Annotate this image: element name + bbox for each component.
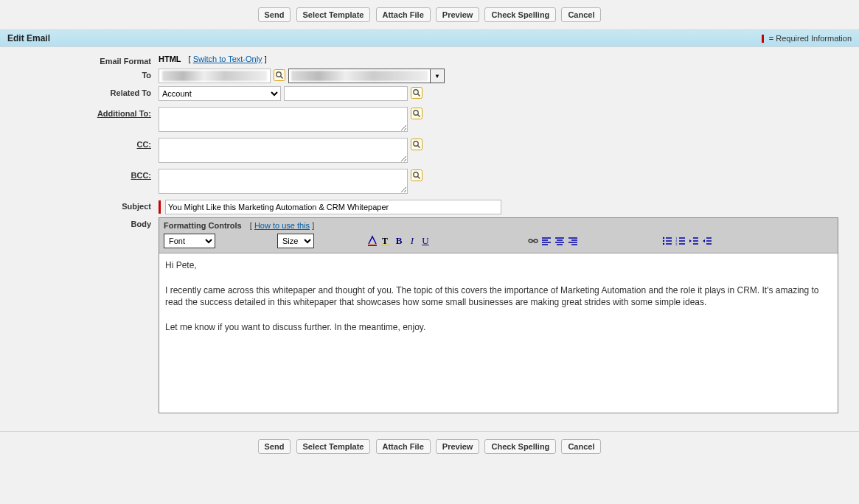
font-color-icon[interactable] <box>366 235 378 247</box>
row-additional-to: Additional To: <box>0 107 859 132</box>
preview-button[interactable]: Preview <box>436 7 480 22</box>
cc-input[interactable] <box>159 138 408 163</box>
size-select[interactable]: Size <box>277 234 314 248</box>
to-input[interactable] <box>159 69 271 83</box>
top-button-bar: Send Select Template Attach File Preview… <box>0 0 859 29</box>
select-template-button[interactable]: Select Template <box>296 439 371 454</box>
editor-toolbar: Formatting Controls [ How to use this ] … <box>159 218 838 253</box>
required-info-legend: = Required Information <box>762 34 852 43</box>
indent-icon[interactable] <box>701 235 713 247</box>
svg-point-21 <box>663 237 664 239</box>
row-subject: Subject <box>0 200 859 214</box>
svg-point-25 <box>663 243 664 245</box>
underline-icon[interactable]: U <box>420 235 431 247</box>
label-body: Body <box>0 217 159 228</box>
italic-icon[interactable]: I <box>406 235 418 247</box>
row-bcc: BCC: <box>0 169 859 194</box>
attach-file-button[interactable]: Attach File <box>376 439 431 454</box>
subject-content <box>159 200 501 214</box>
label-subject: Subject <box>0 200 159 211</box>
related-to-type-select[interactable]: Account <box>159 86 281 101</box>
how-to-use-link[interactable]: How to use this <box>254 221 310 230</box>
check-spelling-button[interactable]: Check Spelling <box>484 439 556 454</box>
bold-icon[interactable]: B <box>393 235 405 247</box>
additional-to-input[interactable] <box>159 107 408 132</box>
related-to-input[interactable] <box>284 86 408 101</box>
attach-file-button[interactable]: Attach File <box>376 7 431 22</box>
bottom-button-bar: Send Select Template Attach File Preview… <box>0 432 859 461</box>
additional-to-content <box>159 107 422 132</box>
section-header: Edit Email = Required Information <box>0 29 859 47</box>
check-spelling-button[interactable]: Check Spelling <box>484 7 556 22</box>
svg-rect-5 <box>381 245 390 246</box>
to-content <box>159 69 445 83</box>
send-button[interactable]: Send <box>258 7 291 22</box>
svg-rect-3 <box>368 245 377 246</box>
form-area: Email Format HTML [ Switch to Text-Only … <box>0 47 859 432</box>
bcc-input[interactable] <box>159 169 408 194</box>
outdent-icon[interactable] <box>688 235 700 247</box>
label-cc[interactable]: CC: <box>0 138 159 149</box>
cc-content <box>159 138 422 163</box>
align-center-icon[interactable] <box>554 235 566 247</box>
lookup-icon[interactable] <box>274 69 285 81</box>
required-bar-icon <box>762 35 764 43</box>
svg-text:1: 1 <box>675 237 678 240</box>
required-info-text: = Required Information <box>769 34 852 43</box>
align-left-icon[interactable] <box>540 235 552 247</box>
cancel-button[interactable]: Cancel <box>561 439 601 454</box>
row-cc: CC: <box>0 138 859 163</box>
required-marker-icon <box>159 200 161 214</box>
svg-text:2: 2 <box>675 239 678 243</box>
svg-text:3: 3 <box>675 242 678 246</box>
cancel-button[interactable]: Cancel <box>561 7 601 22</box>
bullet-list-icon[interactable] <box>661 235 673 247</box>
formatting-controls-label: Formatting Controls <box>164 221 242 230</box>
label-additional-to[interactable]: Additional To: <box>0 107 159 118</box>
lookup-icon[interactable] <box>411 169 422 181</box>
send-button[interactable]: Send <box>258 439 291 454</box>
email-format-content: HTML [ Switch to Text-Only ] <box>159 55 267 63</box>
svg-rect-7 <box>534 239 538 242</box>
email-format-current: HTML <box>159 55 181 63</box>
label-bcc[interactable]: BCC: <box>0 169 159 180</box>
font-select[interactable]: Font <box>164 234 215 248</box>
row-email-format: Email Format HTML [ Switch to Text-Only … <box>0 55 859 66</box>
align-right-icon[interactable] <box>567 235 579 247</box>
page-title: Edit Email <box>7 33 50 43</box>
row-to: To <box>0 69 859 83</box>
subject-input[interactable] <box>165 200 501 214</box>
lookup-icon[interactable] <box>411 87 422 99</box>
label-email-format: Email Format <box>0 55 159 66</box>
to-select[interactable] <box>288 69 445 83</box>
row-body: Body Formatting Controls [ How to use th… <box>0 217 859 413</box>
label-related-to: Related To <box>0 86 159 97</box>
svg-point-23 <box>663 240 664 242</box>
body-editor: Formatting Controls [ How to use this ] … <box>159 217 838 413</box>
bcc-content <box>159 169 422 194</box>
svg-rect-6 <box>529 239 532 242</box>
related-to-content: Account <box>159 86 422 101</box>
row-related-to: Related To Account <box>0 86 859 101</box>
preview-button[interactable]: Preview <box>436 439 480 454</box>
body-content: Formatting Controls [ How to use this ] … <box>159 217 838 413</box>
body-textarea[interactable]: Hi Pete, I recently came across this whi… <box>159 253 838 413</box>
lookup-icon[interactable] <box>411 139 422 150</box>
svg-marker-37 <box>703 239 705 242</box>
svg-text:T: T <box>382 236 388 246</box>
lookup-icon[interactable] <box>411 108 422 119</box>
select-template-button[interactable]: Select Template <box>296 7 371 22</box>
number-list-icon[interactable]: 123 <box>675 235 686 247</box>
switch-to-text-only-link[interactable]: Switch to Text-Only <box>193 55 262 63</box>
highlight-icon[interactable]: T <box>380 235 392 247</box>
svg-marker-33 <box>689 239 692 242</box>
link-icon[interactable] <box>527 235 539 247</box>
label-to: To <box>0 69 159 80</box>
